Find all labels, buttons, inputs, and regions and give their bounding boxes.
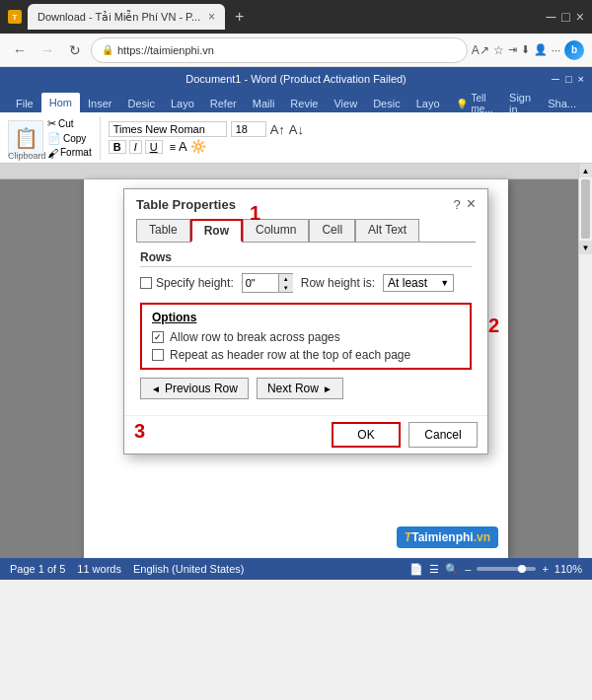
word-title-bar: Document1 - Word (Product Activation Fai… <box>0 67 592 91</box>
options-box: Options ✓ Allow row to break across page… <box>140 303 472 370</box>
shrink-font-icon[interactable]: A↓ <box>289 122 304 137</box>
bookmark-icon[interactable]: ☆ <box>493 43 504 57</box>
text-color-icon[interactable]: A <box>179 139 187 154</box>
rows-divider <box>140 266 472 267</box>
row-height-value: At least <box>388 276 427 290</box>
close-tab-icon[interactable]: × <box>208 10 215 24</box>
scroll-up-button[interactable]: ▲ <box>579 164 592 177</box>
dialog-help-button[interactable]: ? <box>453 197 460 212</box>
forward-button[interactable]: → <box>36 38 59 62</box>
ok-button[interactable]: OK <box>332 422 401 448</box>
zoom-slider-thumb[interactable] <box>518 565 526 573</box>
cancel-button[interactable]: Cancel <box>408 422 478 448</box>
align-left-icon[interactable]: ≡ <box>170 141 176 153</box>
scroll-down-button[interactable]: ▼ <box>579 241 592 254</box>
vertical-scrollbar[interactable]: ▲ ▼ <box>578 164 592 558</box>
zoom-slider-track[interactable] <box>477 567 536 571</box>
minimize-icon[interactable]: ─ <box>546 9 555 25</box>
maximize-icon[interactable]: □ <box>561 9 569 25</box>
taimienphi-branding: TTaimienphi.vn <box>397 526 498 548</box>
zoom-plus-button[interactable]: + <box>542 563 548 575</box>
tab-mailings[interactable]: Maili <box>245 95 283 112</box>
language-label: English (United States) <box>133 563 245 575</box>
next-row-label: Next Row <box>267 382 319 395</box>
more-options-icon[interactable]: ··· <box>552 44 560 56</box>
tab-references[interactable]: Refer <box>202 95 245 112</box>
view-icon-1[interactable]: 📄 <box>409 563 423 576</box>
dialog-close-button[interactable]: × <box>467 195 476 213</box>
tab-layout[interactable]: Layo <box>163 95 202 112</box>
dialog-tab-cell[interactable]: Cell <box>309 219 355 242</box>
font-size-input[interactable] <box>231 121 266 137</box>
previous-row-label: Previous Row <box>165 382 238 395</box>
font-name-input[interactable] <box>109 121 227 137</box>
row-height-dropdown[interactable]: At least ▼ <box>383 274 454 292</box>
word-page: Table Properties ? × 1 Table Row Column … <box>84 179 508 558</box>
bold-button[interactable]: B <box>109 140 126 154</box>
tab-home[interactable]: Hom <box>41 93 80 112</box>
option2-row: Repeat as header row at the top of each … <box>152 348 460 362</box>
share-button[interactable]: Sha... <box>540 95 584 112</box>
previous-row-button[interactable]: ◄ Previous Row <box>140 378 249 399</box>
table-properties-dialog: Table Properties ? × 1 Table Row Column … <box>123 188 488 455</box>
tab-view[interactable]: View <box>326 95 365 112</box>
ribbon-content: 📋 ✂ Cut 📄 Copy 🖌 Format Clipboard ⌄ A↑ A… <box>0 112 592 164</box>
back-button[interactable]: ← <box>8 38 32 62</box>
tab-layout2[interactable]: Layo <box>408 95 448 112</box>
dialog-body: Rows Specify height: ▲ ▼ <box>124 243 487 415</box>
scroll-thumb[interactable] <box>581 179 590 239</box>
option1-checkbox[interactable]: ✓ <box>152 331 164 343</box>
sign-in-button[interactable]: Sign in <box>501 95 540 112</box>
browser-tab-favicon: T <box>8 10 22 24</box>
status-left: Page 1 of 5 11 words English (United Sta… <box>10 563 244 575</box>
highlight-icon[interactable]: 🔆 <box>190 139 206 154</box>
view-icon-2[interactable]: ☰ <box>429 563 439 576</box>
dialog-title-bar: Table Properties ? × <box>124 189 487 217</box>
word-restore-icon[interactable]: □ <box>565 73 572 85</box>
specify-height-checkbox[interactable] <box>140 277 152 289</box>
dialog-tab-table[interactable]: Table <box>136 219 190 242</box>
browser-chrome: T Download - Tải Miễn Phí VN - P... × + … <box>0 0 592 34</box>
profile-icon[interactable]: 👤 <box>534 43 548 56</box>
tab-icon-2: ⇥ <box>508 43 517 56</box>
window-close-icon[interactable]: × <box>576 9 584 25</box>
option2-checkbox[interactable] <box>152 349 164 361</box>
word-close-icon[interactable]: × <box>578 73 584 85</box>
specify-height-label: Specify height: <box>156 276 234 290</box>
page-info: Page 1 of 5 <box>10 563 65 575</box>
dialog-title: Table Properties <box>136 197 236 212</box>
dialog-tab-alt-text[interactable]: Alt Text <box>355 219 419 242</box>
height-decrement-button[interactable]: ▼ <box>279 283 293 292</box>
tab-design[interactable]: Desic <box>119 95 163 112</box>
browser-tab[interactable]: Download - Tải Miễn Phí VN - P... × <box>28 4 225 30</box>
copy-button[interactable]: 📄 Copy <box>47 132 92 145</box>
height-increment-button[interactable]: ▲ <box>279 274 293 283</box>
prev-arrow-icon: ◄ <box>151 384 161 394</box>
view-icon-3[interactable]: 🔍 <box>445 563 459 576</box>
main-content: Table Properties ? × 1 Table Row Column … <box>0 164 592 558</box>
browser-nav-bar: ← → ↻ 🔒 https://taimienphi.vn A↗ ☆ ⇥ ⬇ 👤… <box>0 34 592 67</box>
zoom-minus-button[interactable]: – <box>465 563 471 575</box>
height-value-input[interactable] <box>243 274 278 292</box>
annotation-3: 3 <box>134 420 145 443</box>
tab-file[interactable]: File <box>8 95 41 112</box>
grow-font-icon[interactable]: A↑ <box>270 122 285 137</box>
tell-me-input[interactable]: 💡 Tell me... <box>448 95 502 112</box>
new-tab-button[interactable]: + <box>235 8 244 26</box>
download-icon[interactable]: ⬇ <box>521 43 530 56</box>
next-arrow-icon: ► <box>323 384 333 394</box>
next-row-button[interactable]: Next Row ► <box>257 378 343 399</box>
address-bar[interactable]: 🔒 https://taimienphi.vn <box>91 37 468 63</box>
refresh-button[interactable]: ↻ <box>63 38 87 62</box>
tab-review[interactable]: Revie <box>282 95 326 112</box>
cut-button[interactable]: ✂ Cut <box>47 117 92 130</box>
underline-button[interactable]: U <box>145 140 163 154</box>
word-minimize-icon[interactable]: ─ <box>552 73 559 85</box>
dialog-tab-row[interactable]: Row <box>190 219 243 243</box>
tab-title: Download - Tải Miễn Phí VN - P... <box>37 11 200 24</box>
option1-label: Allow row to break across pages <box>170 330 340 344</box>
tab-insert[interactable]: Inser <box>80 95 119 112</box>
italic-button[interactable]: I <box>129 140 142 154</box>
tab-design2[interactable]: Desic <box>365 95 408 112</box>
annotation-1: 1 <box>250 202 260 225</box>
